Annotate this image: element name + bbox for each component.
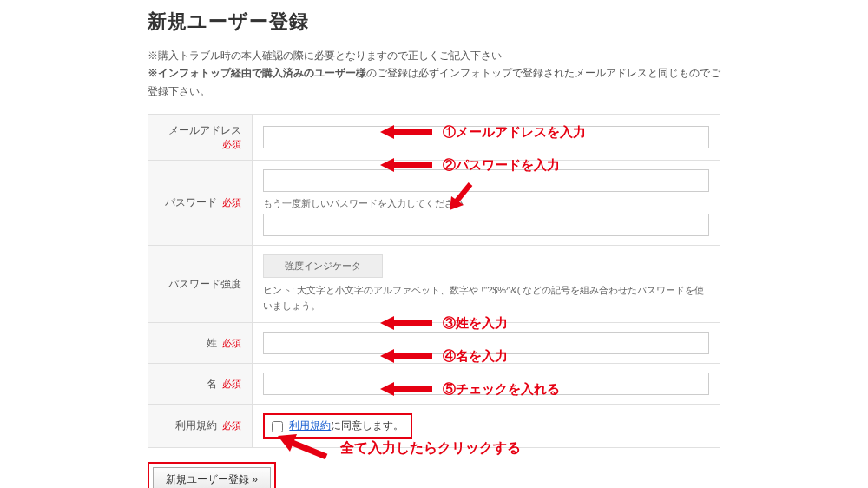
register-button[interactable]: 新規ユーザー登録 » bbox=[153, 467, 271, 488]
label-password: パスワード 必須 bbox=[148, 161, 253, 246]
label-terms: 利用規約 必須 bbox=[148, 405, 253, 448]
annotation-2: ②パスワードを入力 bbox=[380, 156, 560, 174]
svg-line-4 bbox=[455, 184, 470, 203]
label-firstname: 名 必須 bbox=[148, 364, 253, 405]
arrow-upleft-icon bbox=[278, 434, 330, 462]
required-badge: 必須 bbox=[222, 197, 241, 208]
note-line-1: ※購入トラブル時の本人確認の際に必要となりますので正しくご記入下さい bbox=[148, 47, 720, 64]
svg-marker-3 bbox=[380, 158, 394, 172]
annotation-submit: 全て入力したらクリックする bbox=[278, 434, 521, 462]
required-badge: 必須 bbox=[222, 338, 241, 348]
annotation-2b-arrow bbox=[448, 181, 474, 212]
svg-marker-1 bbox=[380, 125, 394, 139]
annotation-2-text: ②パスワードを入力 bbox=[443, 157, 560, 174]
arrow-left-icon bbox=[380, 380, 432, 398]
password-confirm-hint: もう一度新しいパスワードを入力してください bbox=[263, 197, 709, 210]
note-bold: ※インフォトップ経由で購入済みのユーザー様 bbox=[148, 67, 366, 79]
strength-indicator: 強度インジケータ bbox=[263, 254, 383, 278]
terms-checkbox[interactable] bbox=[272, 421, 283, 432]
label-firstname-text: 名 bbox=[207, 378, 217, 390]
annotation-1-text: ①メールアドレスを入力 bbox=[443, 124, 586, 141]
page-title: 新規ユーザー登録 bbox=[148, 9, 720, 35]
submit-area: 新規ユーザー登録 » ログイン パスワードをお忘れですか？ bbox=[148, 462, 720, 488]
note-line-2: ※インフォトップ経由で購入済みのユーザー様のご登録は必ずインフォトップで登録され… bbox=[148, 64, 720, 100]
arrow-left-icon bbox=[380, 347, 432, 365]
svg-marker-9 bbox=[380, 349, 394, 363]
annotation-5: ⑤チェックを入れる bbox=[380, 380, 560, 398]
annotation-submit-text: 全て入力したらクリックする bbox=[340, 439, 521, 458]
svg-marker-11 bbox=[380, 382, 394, 396]
label-email: メールアドレス 必須 bbox=[148, 115, 253, 161]
required-badge: 必須 bbox=[222, 379, 241, 389]
required-badge: 必須 bbox=[222, 420, 241, 431]
password-confirm-field[interactable] bbox=[263, 214, 709, 236]
svg-marker-7 bbox=[380, 316, 394, 330]
label-lastname: 姓 必須 bbox=[148, 323, 253, 364]
annotation-5-text: ⑤チェックを入れる bbox=[443, 381, 560, 398]
arrow-left-icon bbox=[380, 156, 432, 174]
notes-block: ※購入トラブル時の本人確認の際に必要となりますので正しくご記入下さい ※インフォ… bbox=[148, 47, 720, 100]
label-strength: パスワード強度 bbox=[148, 246, 253, 323]
terms-link[interactable]: 利用規約 bbox=[289, 419, 331, 432]
label-lastname-text: 姓 bbox=[207, 337, 217, 349]
arrow-left-icon bbox=[380, 123, 432, 141]
submit-highlight-box: 新規ユーザー登録 » bbox=[148, 462, 276, 488]
label-terms-text: 利用規約 bbox=[175, 419, 217, 432]
annotation-4-text: ④名を入力 bbox=[443, 348, 508, 365]
terms-agree-suffix: に同意します。 bbox=[331, 419, 404, 432]
arrow-left-icon bbox=[380, 314, 432, 332]
svg-line-12 bbox=[288, 441, 326, 457]
annotation-3-text: ③姓を入力 bbox=[443, 315, 508, 332]
label-password-text: パスワード bbox=[165, 196, 217, 208]
row-strength: パスワード強度 強度インジケータ ヒント: 大文字と小文字のアルファベット、数字… bbox=[148, 246, 720, 323]
annotation-4: ④名を入力 bbox=[380, 347, 508, 365]
annotation-1: ①メールアドレスを入力 bbox=[380, 123, 586, 141]
label-email-text: メールアドレス bbox=[168, 124, 241, 136]
arrow-down-left-icon bbox=[448, 181, 474, 212]
strength-hint: ヒント: 大文字と小文字のアルファベット、数字や !"?$%^&( などの記号を… bbox=[263, 283, 709, 313]
annotation-3: ③姓を入力 bbox=[380, 314, 508, 332]
required-badge: 必須 bbox=[222, 139, 241, 149]
